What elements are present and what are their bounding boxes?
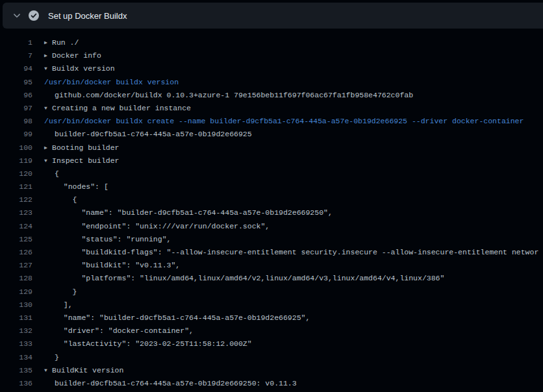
log-line: 127 "buildkit": "v0.11.3", — [0, 259, 543, 272]
triangle-down-icon[interactable]: ▼ — [44, 364, 52, 377]
log-text: "buildkit": "v0.11.3", — [55, 261, 180, 269]
log-line: 125 "status": "running", — [0, 233, 543, 246]
log-line: 130 ], — [0, 299, 543, 312]
group-title[interactable]: Docker info — [52, 51, 101, 60]
triangle-down-icon[interactable]: ▼ — [44, 102, 52, 115]
line-number-link[interactable]: 119 — [0, 154, 32, 167]
line-number-link[interactable]: 135 — [0, 364, 32, 377]
log-line: 98/usr/bin/docker buildx create --name b… — [0, 115, 543, 128]
log-line: 121 "nodes": [ — [0, 180, 543, 193]
line-number-link[interactable]: 100 — [0, 141, 32, 154]
group-title[interactable]: Run ./ — [52, 38, 79, 47]
log-line: 128 "platforms": "linux/amd64,linux/amd6… — [0, 272, 543, 285]
line-number-link[interactable]: 96 — [0, 89, 32, 102]
log-text: "platforms": "linux/amd64,linux/amd64/v2… — [55, 274, 444, 282]
step-header[interactable]: Set up Docker Buildx — [3, 3, 543, 29]
log-line: 95/usr/bin/docker buildx version — [0, 76, 543, 89]
triangle-down-icon[interactable]: ▼ — [44, 62, 52, 75]
log-text: "nodes": [ — [55, 182, 108, 191]
log-text: "endpoint": "unix:///var/run/docker.sock… — [55, 222, 270, 230]
group-title[interactable]: Inspect builder — [52, 156, 120, 165]
log-line: 96github.com/docker/buildx 0.10.3+azure-… — [0, 89, 543, 102]
log-text: { — [55, 169, 59, 178]
group-title[interactable]: BuildKit version — [52, 366, 123, 374]
line-number-link[interactable]: 136 — [0, 377, 32, 390]
triangle-right-icon[interactable]: ▶ — [44, 49, 52, 62]
log-text: github.com/docker/buildx 0.10.3+azure-1 … — [55, 91, 413, 99]
log-line: 131 "name": "builder-d9cfb5a1-c764-445a-… — [0, 312, 543, 325]
check-circle-icon — [29, 10, 39, 21]
log-line: 133 "lastActivity": "2023-02-25T11:58:12… — [0, 337, 543, 350]
line-number-link[interactable]: 133 — [0, 337, 32, 350]
log-text: "buildkitd-flags": "--allow-insecure-ent… — [55, 248, 538, 256]
log-line: 135▼BuildKit version — [0, 364, 543, 377]
log-text: builder-d9cfb5a1-c764-445a-a57e-0b19d2e6… — [55, 130, 252, 138]
line-number-link[interactable]: 98 — [0, 115, 32, 128]
group-title[interactable]: Creating a new builder instance — [52, 104, 191, 112]
log-text: "driver": "docker-container", — [55, 326, 194, 335]
log-line: 123 "name": "builder-d9cfb5a1-c764-445a-… — [0, 206, 543, 219]
line-number-link[interactable]: 95 — [0, 76, 32, 89]
log-line: 134} — [0, 351, 543, 364]
log-text: "status": "running", — [55, 235, 171, 243]
line-number-link[interactable]: 122 — [0, 193, 32, 206]
log-text: /usr/bin/docker buildx create --name bui… — [44, 117, 524, 125]
line-number-link[interactable]: 126 — [0, 246, 32, 259]
group-title[interactable]: Booting builder — [52, 143, 120, 152]
step-title: Set up Docker Buildx — [48, 11, 127, 21]
line-number-link[interactable]: 120 — [0, 167, 32, 180]
line-number-link[interactable]: 97 — [0, 102, 32, 115]
line-number-link[interactable]: 129 — [0, 286, 32, 299]
log-line: 119▼Inspect builder — [0, 154, 543, 167]
log-text: "name": "builder-d9cfb5a1-c764-445a-a57e… — [55, 208, 333, 217]
log-line: 7▶Docker info — [0, 49, 543, 62]
line-number-link[interactable]: 94 — [0, 62, 32, 75]
line-number-link[interactable]: 125 — [0, 233, 32, 246]
line-number-link[interactable]: 131 — [0, 312, 32, 325]
log-line: 120{ — [0, 167, 543, 180]
chevron-down-icon[interactable] — [13, 12, 21, 19]
log-line: 100▶Booting builder — [0, 141, 543, 154]
log-viewer: 1▶Run ./7▶Docker info94▼Buildx version95… — [0, 29, 543, 392]
log-text: builder-d9cfb5a1-c764-445a-a57e-0b19d2e6… — [55, 379, 297, 387]
line-number-link[interactable]: 121 — [0, 180, 32, 193]
triangle-right-icon[interactable]: ▶ — [44, 141, 52, 154]
log-line: 129 } — [0, 286, 543, 299]
group-title[interactable]: Buildx version — [52, 64, 115, 73]
log-line: 126 "buildkitd-flags": "--allow-insecure… — [0, 246, 543, 259]
log-line: 132 "driver": "docker-container", — [0, 325, 543, 337]
log-text: "name": "builder-d9cfb5a1-c764-445a-a57e… — [55, 313, 310, 322]
log-text: /usr/bin/docker buildx version — [44, 78, 179, 86]
triangle-right-icon[interactable]: ▶ — [44, 36, 52, 49]
line-number-link[interactable]: 134 — [0, 351, 32, 364]
log-text: { — [55, 195, 77, 204]
line-number-link[interactable]: 127 — [0, 259, 32, 272]
log-line: 124 "endpoint": "unix:///var/run/docker.… — [0, 220, 543, 233]
line-number-link[interactable]: 99 — [0, 128, 32, 141]
log-text: } — [55, 353, 59, 361]
log-line: 94▼Buildx version — [0, 62, 543, 75]
line-number-link[interactable]: 7 — [0, 49, 32, 62]
log-text: ], — [55, 300, 73, 309]
log-line: 136builder-d9cfb5a1-c764-445a-a57e-0b19d… — [0, 377, 543, 390]
log-line: 1▶Run ./ — [0, 36, 543, 49]
log-line: 122 { — [0, 193, 543, 206]
log-line: 99builder-d9cfb5a1-c764-445a-a57e-0b19d2… — [0, 128, 543, 141]
line-number-link[interactable]: 123 — [0, 206, 32, 219]
log-text: } — [55, 288, 77, 296]
line-number-link[interactable]: 132 — [0, 325, 32, 337]
log-text: "lastActivity": "2023-02-25T11:58:12.000… — [55, 339, 252, 348]
triangle-down-icon[interactable]: ▼ — [44, 154, 52, 167]
log-line: 97▼Creating a new builder instance — [0, 102, 543, 115]
line-number-link[interactable]: 124 — [0, 220, 32, 233]
line-number-link[interactable]: 130 — [0, 299, 32, 312]
line-number-link[interactable]: 128 — [0, 272, 32, 285]
line-number-link[interactable]: 1 — [0, 36, 32, 49]
